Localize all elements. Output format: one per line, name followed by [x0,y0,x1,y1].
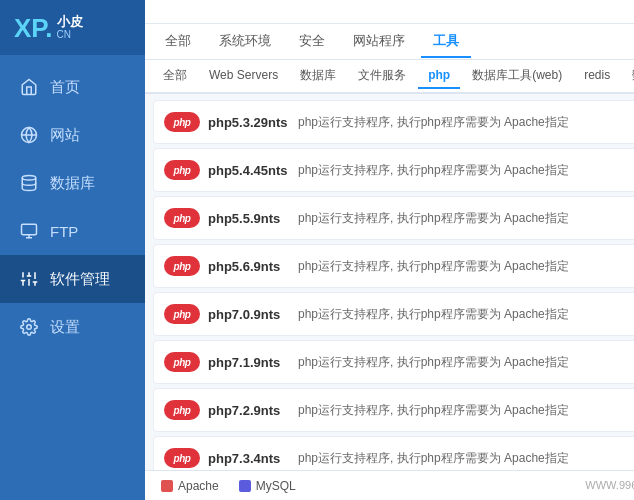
table-row: phpphp7.0.9ntsphp运行支持程序, 执行php程序需要为 Apac… [153,292,634,336]
php-item-desc: php运行支持程序, 执行php程序需要为 Apache指定 [290,210,634,227]
topbar: — □ × [145,0,634,24]
footer-version: WWW.9969.net 版本 8.1.1.3↑ [585,478,634,493]
php-badge: php [164,448,200,468]
sidebar-item-database[interactable]: 数据库 [0,159,145,207]
sidebar-item-software[interactable]: 软件管理 [0,255,145,303]
php-badge: php [164,208,200,228]
table-row: phpphp5.5.9ntsphp运行支持程序, 执行php程序需要为 Apac… [153,196,634,240]
php-item-name: php7.2.9nts [200,403,290,418]
logo-sub-bot: CN [57,29,83,41]
cat-tab-tools[interactable]: 工具 [421,26,471,58]
logo-subtitle: 小皮 CN [57,14,83,42]
logo-xp: XP. [14,15,53,41]
sidebar-item-settings[interactable]: 设置 [0,303,145,351]
apache-label: Apache [178,479,219,493]
sidebar-item-ftp[interactable]: FTP [0,207,145,255]
sidebar-item-home[interactable]: 首页 [0,63,145,111]
footer: Apache MySQL WWW.9969.net 版本 8.1.1.3↑ [145,470,634,500]
php-item-name: php5.6.9nts [200,259,290,274]
sidebar-item-label: 网站 [50,126,80,145]
php-item-desc: php运行支持程序, 执行php程序需要为 Apache指定 [290,306,634,323]
main-content: — □ × 全部 系统环境 安全 网站程序 工具 显示全部 ▾ 全部 Web S… [145,0,634,500]
sidebar-nav: 首页 网站 数据库 FTP 软件管理 [0,63,145,351]
sidebar-item-label: 首页 [50,78,80,97]
svg-point-15 [27,325,32,330]
sidebar-item-label: 数据库 [50,174,95,193]
sub-tabs: 全部 Web Servers 数据库 文件服务 php 数据库工具(web) r… [145,60,634,94]
table-row: phpphp7.2.9ntsphp运行支持程序, 执行php程序需要为 Apac… [153,388,634,432]
table-row: phpphp5.3.29ntsphp运行支持程序, 执行php程序需要为 Apa… [153,100,634,144]
cat-tab-webapps[interactable]: 网站程序 [341,26,417,58]
php-item-name: php7.3.4nts [200,451,290,466]
php-badge: php [164,112,200,132]
table-row: phpphp7.1.9ntsphp运行支持程序, 执行php程序需要为 Apac… [153,340,634,384]
php-item-desc: php运行支持程序, 执行php程序需要为 Apache指定 [290,450,634,467]
php-item-name: php7.0.9nts [200,307,290,322]
sidebar-item-label: FTP [50,223,78,240]
php-item-desc: php运行支持程序, 执行php程序需要为 Apache指定 [290,402,634,419]
php-badge: php [164,400,200,420]
sub-tab-all[interactable]: 全部 [153,62,197,91]
home-icon [18,76,40,98]
legend-mysql: MySQL [239,479,296,493]
php-item-desc: php运行支持程序, 执行php程序需要为 Apache指定 [290,258,634,275]
sub-tab-dbtoolweb[interactable]: 数据库工具(web) [462,62,572,91]
php-item-name: php5.3.29nts [200,115,290,130]
table-row: phpphp7.3.4ntsphp运行支持程序, 执行php程序需要为 Apac… [153,436,634,470]
svg-point-2 [22,176,36,181]
logo: XP. 小皮 CN [0,0,145,55]
cat-tab-all[interactable]: 全部 [153,26,203,58]
mysql-legend-dot [239,480,251,492]
table-row: phpphp5.6.9ntsphp运行支持程序, 执行php程序需要为 Apac… [153,244,634,288]
sidebar: XP. 小皮 CN 首页 网站 数据库 [0,0,145,500]
php-item-desc: php运行支持程序, 执行php程序需要为 Apache指定 [290,354,634,371]
legend-apache: Apache [161,479,219,493]
sub-tab-db[interactable]: 数据库 [290,62,346,91]
php-item-name: php5.4.45nts [200,163,290,178]
sub-tab-fileservice[interactable]: 文件服务 [348,62,416,91]
php-item-name: php5.5.9nts [200,211,290,226]
sidebar-item-website[interactable]: 网站 [0,111,145,159]
php-item-desc: php运行支持程序, 执行php程序需要为 Apache指定 [290,162,634,179]
database-icon [18,172,40,194]
sidebar-item-label: 软件管理 [50,270,110,289]
sidebar-item-label: 设置 [50,318,80,337]
php-badge: php [164,256,200,276]
cat-tab-sysenv[interactable]: 系统环境 [207,26,283,58]
sub-tab-redis[interactable]: redis [574,63,620,89]
sub-tab-dbclient[interactable]: 数据库工具(客户端) [622,62,634,91]
content-area: phpphp5.3.29ntsphp运行支持程序, 执行php程序需要为 Apa… [145,94,634,470]
sliders-icon [18,268,40,290]
php-badge: php [164,304,200,324]
monitor-icon [18,220,40,242]
php-badge: php [164,160,200,180]
php-badge: php [164,352,200,372]
gear-icon [18,316,40,338]
sub-tab-webservers[interactable]: Web Servers [199,63,288,89]
globe-icon [18,124,40,146]
svg-rect-3 [22,224,37,235]
php-item-desc: php运行支持程序, 执行php程序需要为 Apache指定 [290,114,634,131]
php-item-list: phpphp5.3.29ntsphp运行支持程序, 执行php程序需要为 Apa… [145,94,634,470]
table-row: phpphp5.4.45ntsphp运行支持程序, 执行php程序需要为 Apa… [153,148,634,192]
mysql-label: MySQL [256,479,296,493]
apache-legend-dot [161,480,173,492]
category-tabs: 全部 系统环境 安全 网站程序 工具 显示全部 ▾ [145,24,634,60]
cat-tab-security[interactable]: 安全 [287,26,337,58]
logo-sub-top: 小皮 [57,14,83,30]
sub-tab-php[interactable]: php [418,63,460,89]
php-item-name: php7.1.9nts [200,355,290,370]
